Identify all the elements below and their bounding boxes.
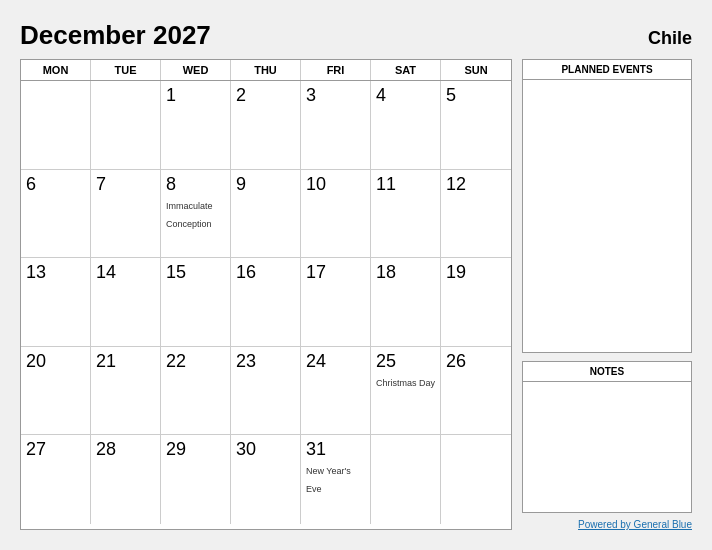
calendar-day-27: 27 [21, 435, 91, 524]
calendar-day-22: 22 [161, 347, 231, 436]
day-number: 28 [96, 439, 155, 460]
planned-events-box: PLANNED EVENTS [522, 59, 692, 353]
day-number: 31 [306, 439, 365, 460]
calendar-day-24: 24 [301, 347, 371, 436]
sidebar: PLANNED EVENTS NOTES Powered by General … [522, 59, 692, 530]
day-header-fri: FRI [301, 60, 371, 80]
calendar-day-23: 23 [231, 347, 301, 436]
day-number: 5 [446, 85, 506, 106]
day-number: 19 [446, 262, 506, 283]
calendar-day-11: 11 [371, 170, 441, 259]
calendar-day-9: 9 [231, 170, 301, 259]
day-number: 11 [376, 174, 435, 195]
day-number: 22 [166, 351, 225, 372]
calendar-grid: 12345678Immaculate Conception91011121314… [21, 81, 511, 524]
day-number: 17 [306, 262, 365, 283]
day-event: Immaculate Conception [166, 201, 213, 229]
calendar-day-29: 29 [161, 435, 231, 524]
empty-cell [91, 81, 161, 170]
calendar-day-15: 15 [161, 258, 231, 347]
calendar-day-8: 8Immaculate Conception [161, 170, 231, 259]
day-number: 6 [26, 174, 85, 195]
calendar-day-26: 26 [441, 347, 511, 436]
notes-box: NOTES [522, 361, 692, 513]
day-number: 2 [236, 85, 295, 106]
day-number: 15 [166, 262, 225, 283]
powered-by: Powered by General Blue [522, 517, 692, 530]
day-number: 26 [446, 351, 506, 372]
calendar-day-10: 10 [301, 170, 371, 259]
calendar: MONTUEWEDTHUFRISATSUN 12345678Immaculate… [20, 59, 512, 530]
calendar-day-17: 17 [301, 258, 371, 347]
day-number: 10 [306, 174, 365, 195]
day-header-sun: SUN [441, 60, 511, 80]
calendar-day-20: 20 [21, 347, 91, 436]
day-number: 9 [236, 174, 295, 195]
calendar-day-30: 30 [231, 435, 301, 524]
day-number: 23 [236, 351, 295, 372]
country-title: Chile [648, 28, 692, 49]
empty-cell [21, 81, 91, 170]
calendar-day-28: 28 [91, 435, 161, 524]
day-number: 21 [96, 351, 155, 372]
planned-events-content [523, 80, 691, 347]
day-number: 27 [26, 439, 85, 460]
notes-content [523, 382, 691, 512]
calendar-day-31: 31New Year's Eve [301, 435, 371, 524]
day-number: 29 [166, 439, 225, 460]
planned-events-label: PLANNED EVENTS [523, 60, 691, 80]
day-number: 18 [376, 262, 435, 283]
day-number: 4 [376, 85, 435, 106]
day-header-wed: WED [161, 60, 231, 80]
empty-cell [371, 435, 441, 524]
day-number: 1 [166, 85, 225, 106]
day-event: New Year's Eve [306, 466, 351, 494]
calendar-day-16: 16 [231, 258, 301, 347]
day-number: 7 [96, 174, 155, 195]
day-event: Christmas Day [376, 378, 435, 388]
day-number: 3 [306, 85, 365, 106]
empty-cell [441, 435, 511, 524]
day-number: 12 [446, 174, 506, 195]
day-number: 25 [376, 351, 435, 372]
day-headers: MONTUEWEDTHUFRISATSUN [21, 60, 511, 81]
day-header-tue: TUE [91, 60, 161, 80]
powered-by-link[interactable]: Powered by General Blue [578, 519, 692, 530]
day-header-sat: SAT [371, 60, 441, 80]
calendar-day-4: 4 [371, 81, 441, 170]
day-number: 20 [26, 351, 85, 372]
calendar-day-14: 14 [91, 258, 161, 347]
day-number: 16 [236, 262, 295, 283]
calendar-day-21: 21 [91, 347, 161, 436]
calendar-day-12: 12 [441, 170, 511, 259]
calendar-day-18: 18 [371, 258, 441, 347]
month-year-title: December 2027 [20, 20, 211, 51]
calendar-day-25: 25Christmas Day [371, 347, 441, 436]
calendar-day-5: 5 [441, 81, 511, 170]
day-number: 24 [306, 351, 365, 372]
calendar-day-7: 7 [91, 170, 161, 259]
calendar-day-19: 19 [441, 258, 511, 347]
calendar-day-13: 13 [21, 258, 91, 347]
calendar-day-2: 2 [231, 81, 301, 170]
day-number: 14 [96, 262, 155, 283]
calendar-day-3: 3 [301, 81, 371, 170]
day-header-mon: MON [21, 60, 91, 80]
notes-label: NOTES [523, 362, 691, 382]
calendar-day-1: 1 [161, 81, 231, 170]
day-number: 13 [26, 262, 85, 283]
calendar-day-6: 6 [21, 170, 91, 259]
day-number: 30 [236, 439, 295, 460]
day-number: 8 [166, 174, 225, 195]
day-header-thu: THU [231, 60, 301, 80]
